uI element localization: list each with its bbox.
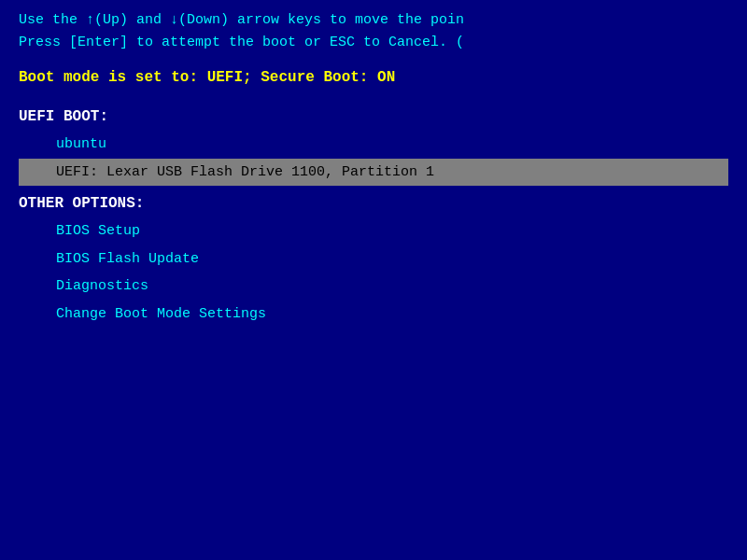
other-option-change-boot[interactable]: Change Boot Mode Settings [19, 301, 728, 329]
instruction-line-1: Use the ↑(Up) and ↓(Down) arrow keys to … [19, 9, 728, 32]
uefi-boot-section: UEFI BOOT: ubuntu UEFI: Lexar USB Flash … [19, 108, 728, 186]
other-options-header: OTHER OPTIONS: [19, 195, 728, 212]
bios-screen: Use the ↑(Up) and ↓(Down) arrow keys to … [0, 0, 747, 560]
uefi-boot-item-0[interactable]: ubuntu [19, 131, 728, 159]
instructions-block: Use the ↑(Up) and ↓(Down) arrow keys to … [19, 9, 728, 54]
other-option-diagnostics[interactable]: Diagnostics [19, 273, 728, 301]
other-options-items: BIOS Setup BIOS Flash Update Diagnostics… [19, 217, 728, 328]
uefi-boot-header: UEFI BOOT: [19, 108, 728, 125]
instruction-line-2: Press [Enter] to attempt the boot or ESC… [19, 32, 728, 54]
boot-mode-status: Boot mode is set to: UEFI; Secure Boot: … [19, 69, 728, 86]
other-option-bios-setup[interactable]: BIOS Setup [19, 217, 728, 245]
uefi-boot-item-1[interactable]: UEFI: Lexar USB Flash Drive 1100, Partit… [19, 159, 728, 187]
other-options-section: OTHER OPTIONS: BIOS Setup BIOS Flash Upd… [19, 195, 728, 328]
uefi-boot-items: ubuntu UEFI: Lexar USB Flash Drive 1100,… [19, 131, 728, 186]
other-option-bios-flash[interactable]: BIOS Flash Update [19, 245, 728, 273]
